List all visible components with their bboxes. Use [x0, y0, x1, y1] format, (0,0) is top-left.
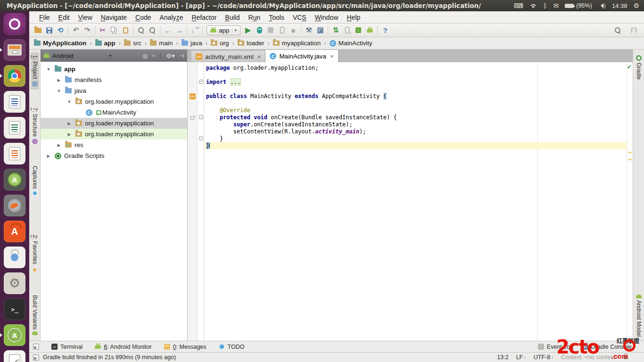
override-gutter-icon[interactable] [188, 114, 198, 121]
collapse-all-icon[interactable]: ÷ [152, 53, 155, 59]
menu-file[interactable]: File [35, 14, 54, 21]
breadcrumb-java[interactable]: java [182, 40, 202, 47]
tab-2-favorites[interactable]: 2: Favorites★ [31, 232, 39, 276]
clock[interactable]: 14:38 [612, 2, 627, 9]
launcher-android-studio-icon[interactable]: A [4, 169, 25, 190]
cut-icon[interactable]: ✂ [97, 25, 108, 36]
launcher-libreoffice-impress-icon[interactable] [4, 143, 25, 165]
launcher-codeblocks-icon[interactable] [4, 195, 25, 216]
code-line[interactable]: @Override [188, 107, 627, 114]
android-device-monitor-icon[interactable] [364, 25, 375, 36]
tab-todo[interactable]: TODO [219, 344, 245, 350]
tab-android-monitor[interactable]: 6: Android Monitor [95, 344, 151, 350]
menu-build[interactable]: Build [221, 14, 244, 21]
breadcrumb-myapplication[interactable]: MyApplication [34, 40, 86, 47]
stripe-mark[interactable] [628, 152, 632, 153]
expand-arrow-icon[interactable]: ▼ [45, 67, 52, 72]
lock-icon[interactable] [624, 356, 628, 359]
expand-arrow-icon[interactable]: ▶ [45, 154, 52, 158]
undo-icon[interactable]: ↶ [70, 25, 82, 36]
tab-7-structure[interactable]: 7: Structure [31, 105, 39, 147]
menu-navigate[interactable]: Navigate [97, 14, 131, 21]
find-icon[interactable] [135, 25, 147, 36]
redo-icon[interactable]: ↷ [82, 25, 93, 36]
toolwindow-toggle-icon[interactable] [33, 354, 39, 361]
launcher-android-studio-active-icon[interactable]: A [4, 324, 25, 346]
avd-manager-icon[interactable]: ↓ [353, 25, 364, 36]
battery-icon[interactable] [565, 4, 574, 8]
expand-arrow-icon[interactable]: ▼ [66, 99, 73, 104]
launcher-terminal-icon[interactable]: >_ [4, 298, 25, 320]
menu-run[interactable]: Run [244, 14, 265, 21]
launcher-software-center-icon[interactable]: A [4, 221, 25, 242]
editor-tab-activity-main-xml[interactable]: <>activity_main.xml× [191, 51, 265, 62]
replace-icon[interactable] [147, 25, 158, 36]
code-line[interactable]: − protected void onCreate(Bundle savedIn… [188, 114, 627, 121]
sdk-manager-icon[interactable] [341, 25, 353, 36]
close-tab-icon[interactable]: × [330, 53, 334, 60]
code-editor[interactable]: package org.loader.myapplication;+import… [188, 62, 633, 341]
coverage-icon[interactable] [265, 25, 276, 36]
tree-row[interactable]: ▼app [41, 64, 187, 74]
tree-row[interactable]: ▶Gradle Scripts [41, 150, 187, 161]
editor-tab-mainactivity-java[interactable]: CMainActivity.java× [265, 50, 338, 62]
debug-icon[interactable] [254, 25, 265, 36]
menu-vcs[interactable]: VCS [289, 14, 311, 21]
code-line[interactable]: +import ... [188, 79, 627, 86]
toolwindow-anchor-icon-icon[interactable] [33, 344, 39, 350]
expand-arrow-icon[interactable]: ▼ [56, 89, 62, 93]
code-line[interactable]: super.onCreate(savedInstanceState); [188, 121, 627, 128]
breadcrumb-main[interactable]: main [150, 40, 173, 47]
tab-captures[interactable]: Captures [31, 163, 39, 199]
code-line[interactable]: } [188, 142, 627, 149]
volume-icon[interactable]: )) [598, 3, 606, 8]
status-utf-8[interactable]: UTF-8↕ [534, 354, 553, 361]
settings-icon[interactable]: ⚒ [303, 25, 314, 36]
panel-settings-gear-icon[interactable]: ⚙▾ [166, 53, 174, 59]
tab-event-log[interactable]: Event Log [538, 344, 573, 350]
code-line[interactable] [188, 86, 627, 93]
tab-android-model[interactable]: Android Model [635, 292, 643, 339]
breadcrumb-src[interactable]: src [124, 40, 141, 47]
launcher-libreoffice-calc-icon[interactable] [4, 117, 25, 139]
tab-terminal[interactable]: >Terminal [51, 344, 83, 350]
menu-analyze[interactable]: Analyze [156, 14, 188, 21]
breadcrumb-loader[interactable]: loader [238, 40, 264, 47]
menu-code[interactable]: Code [131, 14, 155, 21]
tree-row[interactable]: ▶org.loader.myapplication [41, 118, 187, 129]
save-all-icon[interactable] [43, 25, 55, 36]
mail-icon[interactable]: ✉ [553, 2, 559, 9]
tab-messages[interactable]: 0: Messages [164, 344, 206, 350]
stripe-mark[interactable] [628, 159, 632, 160]
search-everywhere-icon[interactable] [612, 25, 623, 36]
launcher-system-settings-icon[interactable]: ⚙ [4, 272, 25, 294]
status-13[interactable]: 13:2 [497, 354, 508, 361]
code-line[interactable]: setContentView(R.layout.activity_main); [188, 128, 627, 135]
launcher-software-store-icon[interactable] [4, 247, 25, 268]
locate-icon[interactable]: ◎ [142, 53, 148, 59]
launcher-dash-icon[interactable] [4, 13, 25, 35]
launcher-libreoffice-writer-icon[interactable] [4, 91, 25, 113]
bluetooth-icon[interactable]: ᛒ [543, 2, 547, 9]
wifi-icon[interactable] [529, 3, 537, 8]
launcher-document-icon[interactable] [4, 350, 25, 362]
stop-icon[interactable]: ■ [288, 25, 299, 36]
tree-row[interactable]: ▼java [41, 85, 187, 96]
expand-arrow-icon[interactable]: ▶ [66, 132, 73, 137]
tab-gradle-console[interactable]: ≡Gradle Console [582, 344, 632, 350]
tree-row[interactable]: ▼org.loader.myapplication [41, 96, 187, 107]
tree-row[interactable]: ▶org.loader.myapplication [41, 129, 187, 140]
expand-arrow-icon[interactable]: ▶ [56, 143, 62, 148]
breadcrumb-org[interactable]: org [211, 40, 229, 47]
code-line[interactable]: <>public class MainActivity extends AppC… [188, 93, 627, 100]
keyboard-indicator-icon[interactable]: ⌨ [514, 2, 523, 9]
paste-icon[interactable] [120, 25, 131, 36]
project-view-selector[interactable]: Android ▾ [43, 52, 111, 59]
launcher-files-icon[interactable] [4, 39, 25, 61]
project-structure-icon[interactable] [314, 25, 326, 36]
menu-edit[interactable]: Edit [54, 14, 74, 21]
open-icon[interactable] [32, 25, 43, 36]
tab-build-variants[interactable]: Build Variants [31, 292, 39, 338]
status-context[interactable]: Context: <no context> [561, 354, 619, 361]
session-gear-icon[interactable]: ⚙ [633, 2, 639, 9]
